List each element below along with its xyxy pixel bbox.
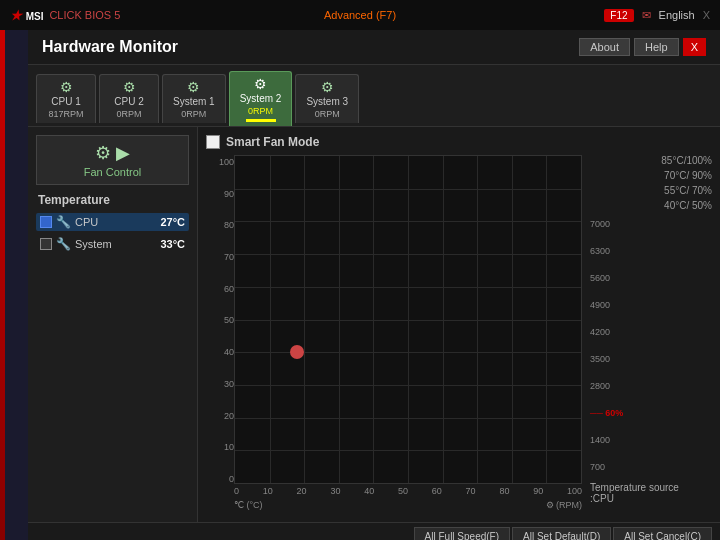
grid-v-6 — [443, 156, 444, 483]
y-right-7000: 7000 — [590, 219, 712, 229]
hw-monitor-header: Hardware Monitor About Help X — [28, 30, 720, 65]
temp-icon-system: 🔧 — [56, 237, 71, 251]
chart-y-axis-left: 100 90 80 70 60 50 40 30 20 10 0 — [206, 155, 234, 504]
fan-tabs-row: ⚙ CPU 1 817RPM ⚙ CPU 2 0RPM ⚙ System 1 0… — [28, 65, 720, 127]
main-content: Hardware Monitor About Help X ⚙ CPU 1 81… — [28, 30, 720, 540]
chart-grid[interactable] — [234, 155, 582, 484]
y-label-80: 80 — [206, 220, 234, 230]
smart-fan-label: Smart Fan Mode — [226, 135, 319, 149]
y-axis-unit: ⚙ (RPM) — [546, 500, 583, 510]
msi-logo: ★ MSI — [10, 8, 43, 23]
all-set-cancel-button[interactable]: All Set Cancel(C) — [613, 527, 712, 540]
chart-data-point[interactable] — [290, 345, 304, 359]
grid-v-1 — [270, 156, 271, 483]
x-label-40: 40 — [364, 486, 374, 496]
y-label-40: 40 — [206, 347, 234, 357]
temp-checkbox-system[interactable] — [40, 238, 52, 250]
legend-55: 55°C/ 70% — [590, 185, 712, 196]
product-name: CLICK BIOS 5 — [49, 9, 120, 21]
y-right-4900: 4900 — [590, 300, 712, 310]
top-bar-center: Advanced (F7) — [324, 9, 396, 21]
temp-icon-cpu: 🔧 — [56, 215, 71, 229]
x-label-90: 90 — [533, 486, 543, 496]
legend-70: 70°C/ 90% — [590, 170, 712, 181]
x-label-10: 10 — [263, 486, 273, 496]
fan-icon-system2: ⚙ — [254, 76, 267, 92]
fan-icon-cpu2: ⚙ — [123, 79, 136, 95]
body-area: ⚙ ▶ Fan Control Temperature 🔧 CPU 27°C 🔧… — [28, 127, 720, 522]
left-panel: ⚙ ▶ Fan Control Temperature 🔧 CPU 27°C 🔧… — [28, 127, 198, 522]
bios-mode[interactable]: Advanced (F7) — [324, 9, 396, 21]
fan-tab-cpu1[interactable]: ⚙ CPU 1 817RPM — [36, 74, 96, 123]
all-set-default-button[interactable]: All Set Default(D) — [512, 527, 611, 540]
top-bar: ★ MSI CLICK BIOS 5 Advanced (F7) F12 ✉ E… — [0, 0, 720, 30]
x-label-100: 100 — [567, 486, 582, 496]
x-axis-unit: ℃ (°C) — [234, 500, 263, 510]
y-right-5600: 5600 — [590, 273, 712, 283]
y-right-2800: 2800 — [590, 381, 712, 391]
fan-control-icon: ⚙ ▶ — [43, 142, 182, 164]
help-button[interactable]: Help — [634, 38, 679, 56]
all-full-speed-button[interactable]: All Full Speed(F) — [414, 527, 510, 540]
y-label-30: 30 — [206, 379, 234, 389]
language-selector[interactable]: English — [659, 9, 695, 21]
left-accent-bar — [0, 30, 5, 540]
grid-v-9 — [546, 156, 547, 483]
temp-name-system: System — [75, 238, 156, 250]
temp-value-cpu: 27°C — [160, 216, 185, 228]
fan-tab-rpm-system1: 0RPM — [181, 109, 206, 119]
legend-85: 85°C/100% — [590, 155, 712, 166]
chart-x-axis: 0 10 20 30 40 50 60 70 80 90 100 — [234, 484, 582, 498]
y-axis-right: 7000 6300 5600 4900 4200 3500 2800 ── 60… — [590, 219, 712, 472]
y-label-90: 90 — [206, 189, 234, 199]
grid-v-4 — [373, 156, 374, 483]
chart-right-panel: 85°C/100% 70°C/ 90% 55°C/ 70% 40°C/ 50% … — [582, 155, 712, 504]
chart-container: 100 90 80 70 60 50 40 30 20 10 0 — [206, 155, 712, 504]
grid-v-8 — [512, 156, 513, 483]
y-label-10: 10 — [206, 442, 234, 452]
y-label-100: 100 — [206, 157, 234, 167]
fan-tab-cpu2[interactable]: ⚙ CPU 2 0RPM — [99, 74, 159, 123]
fan-tab-label-cpu1: CPU 1 — [51, 96, 80, 107]
fan-tab-label-system1: System 1 — [173, 96, 215, 107]
x-label-30: 30 — [330, 486, 340, 496]
bottom-buttons: All Full Speed(F) All Set Default(D) All… — [28, 522, 720, 540]
chart-area: Smart Fan Mode 100 90 80 70 60 50 40 30 … — [198, 127, 720, 522]
top-close-button[interactable]: X — [703, 9, 710, 21]
x-label-20: 20 — [297, 486, 307, 496]
fan-tab-system1[interactable]: ⚙ System 1 0RPM — [162, 74, 226, 123]
fan-tab-rpm-cpu2: 0RPM — [116, 109, 141, 119]
y-label-60: 60 — [206, 284, 234, 294]
temp-row-system[interactable]: 🔧 System 33°C — [36, 235, 189, 253]
grid-v-5 — [408, 156, 409, 483]
temp-checkbox-cpu[interactable] — [40, 216, 52, 228]
y-right-6300: 6300 — [590, 246, 712, 256]
fan-tab-system2[interactable]: ⚙ System 2 0RPM — [229, 71, 293, 126]
legend-40: 40°C/ 50% — [590, 200, 712, 211]
hw-monitor-title: Hardware Monitor — [42, 38, 178, 56]
temp-source-value: :CPU — [590, 493, 712, 504]
fan-tab-system3[interactable]: ⚙ System 3 0RPM — [295, 74, 359, 123]
grid-v-7 — [477, 156, 478, 483]
top-bar-right: F12 ✉ English X — [604, 9, 710, 22]
grid-v-2 — [304, 156, 305, 483]
fan-control-box: ⚙ ▶ Fan Control — [36, 135, 189, 185]
y-label-50: 50 — [206, 315, 234, 325]
about-button[interactable]: About — [579, 38, 630, 56]
y-label-70: 70 — [206, 252, 234, 262]
hw-header-buttons: About Help X — [579, 38, 706, 56]
fan-icon-cpu1: ⚙ — [60, 79, 73, 95]
brand-name: MSI — [26, 11, 44, 22]
chart-main: 0 10 20 30 40 50 60 70 80 90 100 ℃ (°C) — [234, 155, 582, 504]
chart-axis-units: ℃ (°C) ⚙ (RPM) — [234, 500, 582, 510]
y-right-4200: 4200 — [590, 327, 712, 337]
y-right-3500: 3500 — [590, 354, 712, 364]
hw-close-button[interactable]: X — [683, 38, 706, 56]
f12-button[interactable]: F12 — [604, 9, 633, 22]
temp-row-cpu[interactable]: 🔧 CPU 27°C — [36, 213, 189, 231]
fan-tab-rpm-system3: 0RPM — [315, 109, 340, 119]
x-label-60: 60 — [432, 486, 442, 496]
fan-icon-system1: ⚙ — [187, 79, 200, 95]
grid-v-3 — [339, 156, 340, 483]
smart-fan-checkbox[interactable] — [206, 135, 220, 149]
